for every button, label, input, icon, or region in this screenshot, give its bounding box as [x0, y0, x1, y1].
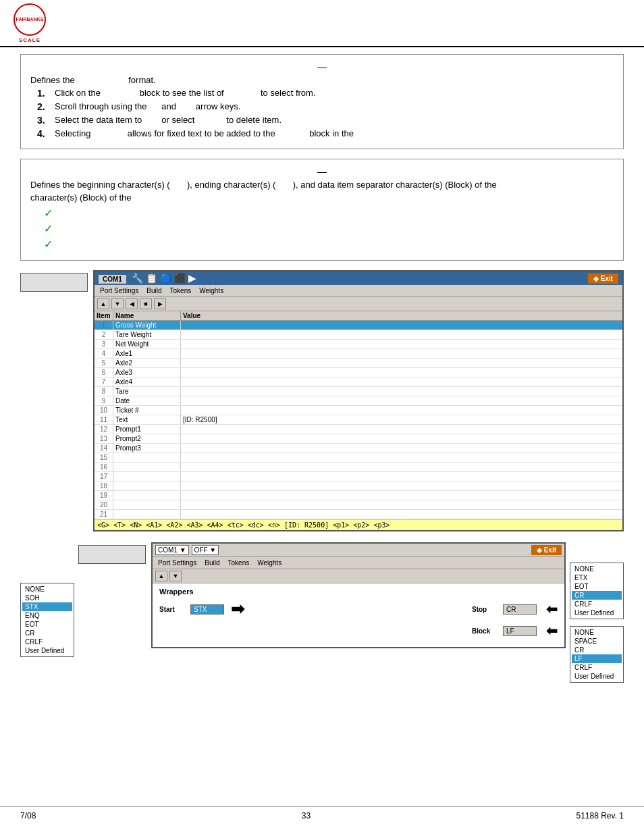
table-row[interactable]: 16 [95, 463, 622, 472]
table-row[interactable]: 8Tare [95, 387, 622, 396]
table-row[interactable]: 1Gross Weight [95, 321, 622, 330]
menu2-tokens[interactable]: Tokens [225, 558, 252, 567]
option-item[interactable]: LF [572, 654, 622, 663]
app-menubar-1[interactable]: Port Settings Build Tokens Weights [95, 285, 622, 297]
menu2-port-settings[interactable]: Port Settings [155, 558, 199, 567]
app-menubar-2[interactable]: Port Settings Build Tokens Weights [153, 557, 564, 569]
off-select[interactable]: OFF ▼ [192, 545, 219, 555]
exit-button-1[interactable]: ◆ Exit [588, 273, 618, 284]
option-item[interactable]: EOT [22, 620, 72, 629]
check-item-3: ✓ [44, 238, 614, 251]
table-rows: 1Gross Weight2Tare Weight3Net Weight4Axl… [95, 321, 622, 519]
logo-area: FAIRBANKS SCALE [14, 3, 46, 43]
com-indicator: COM1 [99, 275, 126, 284]
start-select[interactable]: STX [190, 604, 224, 615]
screenshot1-area: COM1 🔧 📋 🔵 ⬛ ▶ ◆ Exit Port Settings Buil… [20, 270, 624, 531]
instruction-1: 1. Click on the block to see the list of… [37, 88, 614, 99]
table-row[interactable]: 4Axle1 [95, 349, 622, 359]
menu2-build[interactable]: Build [202, 558, 222, 567]
table-row[interactable]: 9Date [95, 396, 622, 406]
com-select[interactable]: COM1 ▼ [155, 545, 189, 555]
block-select[interactable]: LF [503, 626, 537, 636]
option-item[interactable]: SPACE [572, 637, 622, 646]
table-row[interactable]: 6Axle3 [95, 368, 622, 377]
app-window-1: COM1 🔧 📋 🔵 ⬛ ▶ ◆ Exit Port Settings Buil… [93, 270, 624, 531]
col-name-header: Name [113, 311, 181, 320]
option-item[interactable]: CR [572, 591, 622, 600]
option-item[interactable]: ENQ [22, 611, 72, 620]
table-row[interactable]: 13Prompt2 [95, 434, 622, 444]
app-title-1: COM1 🔧 📋 🔵 ⬛ ▶ [99, 273, 196, 284]
section2-dash: — [30, 166, 614, 177]
section-build-tab: — Defines the format. 1. Click on the bl… [20, 54, 624, 149]
toolbar2-btn1[interactable]: ▲ [155, 571, 167, 581]
app-toolbar-2: ▲ ▼ [153, 569, 564, 583]
checkmark-icon-1: ✓ [44, 207, 53, 219]
logo-text: FAIRBANKS [16, 17, 44, 22]
table-row[interactable]: 5Axle2 [95, 359, 622, 368]
option-item[interactable]: CR [22, 629, 72, 637]
menu-port-settings[interactable]: Port Settings [97, 286, 141, 295]
toolbar-down[interactable]: ▼ [111, 298, 124, 309]
option-item[interactable]: ETX [572, 573, 622, 582]
option-item[interactable]: NONE [572, 565, 622, 573]
stop-select[interactable]: CR [503, 604, 537, 615]
option-item[interactable]: SOH [22, 594, 72, 602]
menu2-weights[interactable]: Weights [254, 558, 284, 567]
toolbar2-btn2[interactable]: ▼ [169, 571, 182, 581]
option-item[interactable]: CR [572, 646, 622, 654]
table-row[interactable]: 19 [95, 491, 622, 500]
table-row[interactable]: 7Axle4 [95, 377, 622, 387]
table-row[interactable]: 10Ticket # [95, 406, 622, 415]
option-item[interactable]: STX [22, 602, 72, 611]
left-options-area: NONESOHSTXENQEOTCRCRLFUser Defined [20, 583, 74, 657]
toolbar-up[interactable]: ▲ [97, 298, 109, 309]
wrappers-window: COM1 ▼ OFF ▼ ◆ Exit Port Settings Build … [151, 542, 566, 648]
section1-dash: — [30, 61, 614, 72]
screenshot2-label [78, 545, 146, 564]
option-item[interactable]: User Defined [22, 646, 72, 655]
section1-desc: Defines the format. [30, 75, 614, 85]
check-item-1: ✓ [44, 207, 614, 219]
option-item[interactable]: User Defined [572, 672, 622, 681]
section2-desc: Defines the beginning character(s) ( ), … [30, 180, 614, 190]
option-item[interactable]: NONE [572, 628, 622, 637]
option-item[interactable]: NONE [22, 585, 72, 594]
instruction-3: 3. Select the data item to or select to … [37, 115, 614, 126]
instructions-list: 1. Click on the block to see the list of… [37, 88, 614, 139]
table-row[interactable]: 2Tare Weight [95, 330, 622, 340]
footer-right: 51188 Rev. 1 [576, 811, 624, 820]
table-row[interactable]: 12Prompt1 [95, 425, 622, 434]
table-row[interactable]: 18 [95, 481, 622, 491]
menu-weights[interactable]: Weights [196, 286, 226, 295]
footer-center: 33 [302, 811, 311, 820]
menu-build[interactable]: Build [144, 286, 164, 295]
section-wrappers-tab: — Defines the beginning character(s) ( )… [20, 159, 624, 261]
check-list: ✓ ✓ ✓ [44, 207, 614, 251]
table-row[interactable]: 17 [95, 472, 622, 481]
menu-tokens[interactable]: Tokens [167, 286, 194, 295]
table-row[interactable]: 21 [95, 510, 622, 519]
screenshot1-label [20, 273, 88, 292]
table-row[interactable]: 14Prompt3 [95, 444, 622, 453]
option-item[interactable]: CRLF [572, 663, 622, 672]
toolbar-stop[interactable]: ■ [140, 298, 152, 309]
logo-icon: FAIRBANKS [14, 3, 46, 36]
table-row[interactable]: 3Net Weight [95, 340, 622, 349]
toolbar-right[interactable]: ▶ [154, 298, 166, 309]
option-item[interactable]: EOT [572, 582, 622, 591]
exit-button-2[interactable]: ◆ Exit [531, 545, 562, 555]
block-arrow: ⬅ [546, 623, 558, 639]
option-item[interactable]: User Defined [572, 608, 622, 617]
table-row[interactable]: 11Text[ID: R2500] [95, 415, 622, 425]
option-item[interactable]: CRLF [22, 637, 72, 646]
logo-sub: SCALE [19, 37, 41, 43]
option-item[interactable]: CRLF [572, 600, 622, 608]
wrappers-content: Wrappers Start STX ➡ Stop CR ⬅ Bloc [153, 583, 564, 647]
table-row[interactable]: 20 [95, 500, 622, 510]
table-row[interactable]: 15 [95, 453, 622, 463]
app-icons: 🔧 📋 🔵 ⬛ ▶ [132, 273, 196, 284]
block-label: Block [472, 627, 496, 635]
toolbar-left[interactable]: ◀ [126, 298, 138, 309]
tokens-table: Item Name Value 1Gross Weight2Tare Weigh… [95, 311, 622, 519]
